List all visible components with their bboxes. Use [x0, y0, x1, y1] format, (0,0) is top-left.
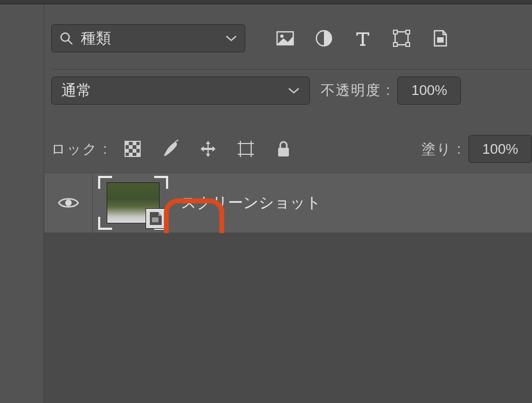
svg-rect-7 [406, 30, 410, 34]
layer-visibility-toggle[interactable] [44, 173, 93, 233]
svg-rect-9 [406, 43, 410, 46]
svg-rect-25 [278, 148, 289, 156]
svg-rect-6 [393, 30, 397, 34]
svg-rect-14 [129, 145, 133, 149]
svg-rect-17 [133, 149, 136, 153]
svg-rect-20 [240, 144, 251, 154]
layer-list-empty-area [44, 233, 532, 403]
fill-value: 100% [482, 141, 519, 158]
lock-row: ロック : [51, 133, 532, 165]
chevron-down-icon [288, 87, 300, 94]
svg-rect-18 [129, 153, 133, 156]
layer-filter-kind-select[interactable]: 種類 [51, 24, 245, 52]
blend-mode-label: 通常 [61, 80, 92, 101]
svg-point-0 [61, 33, 69, 41]
svg-rect-15 [136, 145, 140, 149]
layer-name[interactable]: スクリーンショット [181, 193, 321, 213]
svg-line-1 [68, 40, 72, 44]
svg-rect-10 [437, 37, 444, 43]
smart-object-badge [146, 208, 166, 229]
opacity-label: 不透明度 : [321, 81, 391, 100]
crop-corner-icon [98, 176, 112, 189]
crop-corner-icon [98, 217, 112, 230]
opacity-value: 100% [411, 82, 447, 99]
search-icon [59, 31, 73, 45]
svg-rect-12 [125, 141, 129, 145]
panel-top-divider [0, 0, 532, 4]
smartobject-filter-icon[interactable] [431, 29, 450, 48]
svg-rect-16 [125, 149, 129, 153]
layer-filter-row: 種類 [51, 23, 532, 54]
lock-pixels-icon[interactable] [161, 139, 180, 159]
shape-filter-icon[interactable] [392, 29, 411, 48]
svg-rect-8 [393, 43, 397, 46]
svg-rect-27 [152, 217, 158, 222]
panel-left-gutter [0, 4, 44, 403]
layer-row[interactable]: スクリーンショット [44, 173, 532, 233]
lock-transparency-icon[interactable] [123, 139, 142, 159]
lock-label: ロック : [51, 140, 108, 159]
layer-filter-kind-label: 種類 [81, 28, 218, 49]
blend-mode-select[interactable]: 通常 [51, 77, 310, 105]
layer-filter-icons [275, 29, 450, 48]
svg-point-26 [65, 200, 72, 206]
layer-thumbnail [98, 176, 168, 230]
layer-thumbnail-cell[interactable] [93, 173, 174, 233]
lock-all-icon[interactable] [274, 139, 293, 159]
fill-label: 塗り : [422, 140, 462, 159]
adjustment-filter-icon[interactable] [314, 29, 334, 48]
blend-opacity-row: 通常 不透明度 : 100% [51, 69, 532, 104]
image-filter-icon[interactable] [275, 29, 295, 48]
opacity-value-input[interactable]: 100% [397, 77, 461, 105]
svg-rect-19 [136, 153, 140, 156]
fill-group: 塗り : 100% [422, 135, 532, 163]
svg-point-3 [280, 35, 284, 38]
svg-rect-13 [133, 141, 136, 145]
eye-icon [58, 195, 79, 210]
type-filter-icon[interactable] [353, 29, 372, 48]
lock-position-icon[interactable] [198, 139, 218, 159]
opacity-group: 不透明度 : 100% [321, 77, 461, 105]
fill-value-input[interactable]: 100% [468, 135, 532, 163]
lock-artboard-icon[interactable] [236, 139, 255, 159]
layer-list: スクリーンショット [44, 173, 532, 233]
lock-icons [123, 139, 293, 159]
crop-corner-icon [154, 176, 168, 189]
chevron-down-icon [225, 35, 237, 42]
